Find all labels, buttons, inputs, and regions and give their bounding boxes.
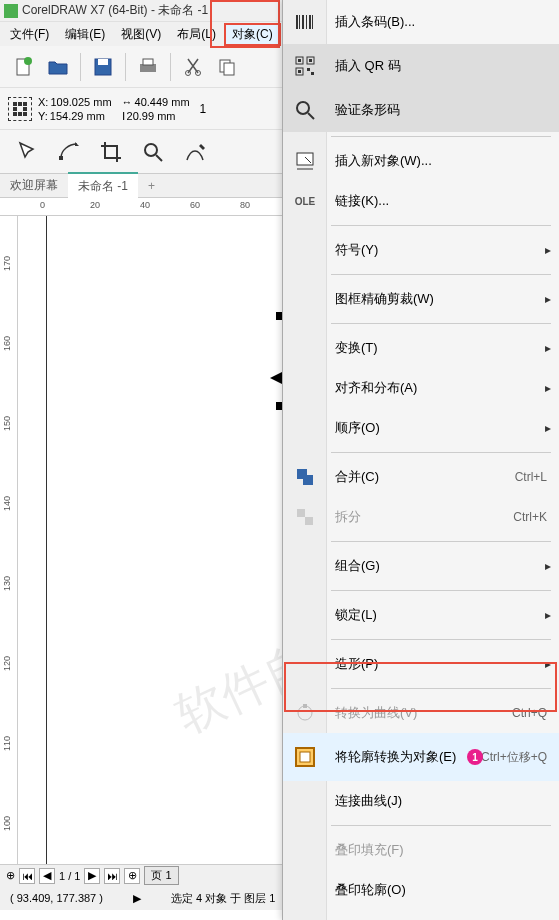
zoom-tool[interactable] [134, 134, 172, 170]
pick-tool[interactable] [8, 134, 46, 170]
size-group: ↔40.449 mm Ⅰ20.99 mm [122, 95, 190, 123]
app-logo-icon [4, 4, 18, 18]
menu-group[interactable]: 组合(G) ▸ [283, 546, 559, 586]
height-icon: Ⅰ [122, 109, 125, 123]
menu-convert-to-curve: 转换为曲线(V) Ctrl+Q [283, 693, 559, 733]
svg-rect-29 [309, 59, 312, 62]
menu-overprint-outline[interactable]: 叠印轮廓(O) [283, 870, 559, 910]
open-button[interactable] [42, 51, 74, 83]
submenu-arrow-icon: ▸ [545, 421, 551, 435]
height-value[interactable]: 20.99 mm [127, 109, 176, 123]
last-page-button[interactable]: ⏭ [104, 868, 120, 884]
menu-order[interactable]: 顺序(O) ▸ [283, 408, 559, 448]
first-page-button[interactable]: ⏮ [19, 868, 35, 884]
svg-rect-38 [297, 509, 305, 517]
new-doc-button[interactable] [8, 51, 40, 83]
x-value[interactable]: 109.025 mm [50, 95, 111, 109]
curve-icon [291, 699, 319, 727]
cursor-position: ( 93.409, 177.387 ) [10, 892, 103, 904]
menu-break: 拆分 Ctrl+K [283, 497, 559, 537]
svg-rect-25 [312, 15, 313, 29]
page-outline [46, 216, 286, 864]
submenu-arrow-icon: ▸ [545, 381, 551, 395]
shortcut-label: Ctrl+位移+Q [481, 749, 547, 766]
menu-connect-curve[interactable]: 连接曲线(J) [283, 781, 559, 821]
svg-rect-39 [305, 517, 313, 525]
page-tab[interactable]: 页 1 [144, 866, 178, 885]
menu-shaping[interactable]: 造形(P) ▸ [283, 644, 559, 684]
magnifier-icon [291, 96, 319, 124]
menu-powerclip[interactable]: 图框精确剪裁(W) ▸ [283, 279, 559, 319]
freehand-tool[interactable] [176, 134, 214, 170]
menu-insert-barcode[interactable]: 插入条码(B)... [283, 0, 559, 44]
menu-overprint-bitmap: 叠印位图(V) [283, 910, 559, 920]
add-page-button[interactable]: ⊕ [124, 868, 140, 884]
shortcut-label: Ctrl+K [513, 510, 547, 524]
submenu-arrow-icon: ▸ [545, 341, 551, 355]
svg-rect-33 [311, 72, 314, 75]
prev-page-button[interactable]: ◀ [39, 868, 55, 884]
cut-button[interactable] [177, 51, 209, 83]
submenu-arrow-icon: ▸ [545, 292, 551, 306]
tab-welcome[interactable]: 欢迎屏幕 [0, 173, 68, 198]
app-title: CorelDRAW X7 (64-Bit) - 未命名 -1 [22, 2, 208, 19]
menu-insert-new-object[interactable]: 插入新对象(W)... [283, 141, 559, 181]
svg-rect-32 [307, 68, 310, 71]
print-button[interactable] [132, 51, 164, 83]
svg-rect-14 [23, 107, 27, 111]
annotation-badge: 1 [467, 749, 483, 765]
menu-align[interactable]: 对齐和分布(A) ▸ [283, 368, 559, 408]
svg-point-19 [145, 144, 157, 156]
svg-rect-22 [302, 15, 304, 29]
ruler-vertical: 170 160 150 140 130 120 110 100 [0, 216, 18, 864]
menu-transform[interactable]: 变换(T) ▸ [283, 328, 559, 368]
menu-edit[interactable]: 编辑(E) [57, 23, 113, 46]
svg-rect-43 [300, 752, 310, 762]
svg-rect-23 [306, 15, 307, 29]
svg-point-40 [298, 706, 312, 720]
menu-combine[interactable]: 合并(C) Ctrl+L [283, 457, 559, 497]
svg-rect-10 [13, 102, 17, 106]
copy-button[interactable] [211, 51, 243, 83]
outline-object-icon [291, 743, 319, 771]
menu-object[interactable]: 对象(C) [224, 23, 281, 46]
qr-icon [291, 52, 319, 80]
menu-lock[interactable]: 锁定(L) ▸ [283, 595, 559, 635]
menu-layout[interactable]: 布局(L) [169, 23, 224, 46]
svg-rect-13 [13, 107, 17, 111]
menu-insert-qr[interactable]: 插入 QR 码 [283, 44, 559, 88]
barcode-icon [291, 8, 319, 36]
menu-view[interactable]: 视图(V) [113, 23, 169, 46]
svg-rect-41 [303, 704, 307, 708]
tab-document[interactable]: 未命名 -1 [68, 172, 138, 199]
menu-verify-barcode[interactable]: 验证条形码 [283, 88, 559, 132]
y-label: Y: [38, 109, 48, 123]
svg-rect-37 [303, 475, 313, 485]
menu-file[interactable]: 文件(F) [2, 23, 57, 46]
ruler-unit-icon: ⊕ [6, 869, 15, 882]
svg-rect-21 [299, 15, 300, 29]
arrow-icon: ▶ [133, 892, 141, 905]
crop-tool[interactable] [92, 134, 130, 170]
svg-rect-16 [18, 112, 22, 116]
menu-symbol[interactable]: 符号(Y) ▸ [283, 230, 559, 270]
svg-rect-24 [309, 15, 311, 29]
tab-add[interactable]: + [138, 175, 158, 197]
submenu-arrow-icon: ▸ [545, 657, 551, 671]
menu-outline-to-object[interactable]: 将轮廓转换为对象(E) 1 Ctrl+位移+Q [283, 733, 559, 781]
width-value[interactable]: 40.449 mm [135, 95, 190, 109]
shape-tool[interactable] [50, 134, 88, 170]
svg-rect-20 [296, 15, 298, 29]
menu-links[interactable]: OLE 链接(K)... [283, 181, 559, 221]
page-count: 1 / 1 [59, 870, 80, 882]
svg-rect-18 [59, 156, 63, 160]
extra-value[interactable]: 1 [200, 102, 207, 116]
next-page-button[interactable]: ▶ [84, 868, 100, 884]
svg-rect-12 [23, 102, 27, 106]
svg-rect-5 [143, 59, 153, 65]
y-value[interactable]: 154.29 mm [50, 109, 105, 123]
svg-rect-11 [18, 102, 22, 106]
save-button[interactable] [87, 51, 119, 83]
svg-rect-15 [13, 112, 17, 116]
menu-overprint-fill: 叠印填充(F) [283, 830, 559, 870]
